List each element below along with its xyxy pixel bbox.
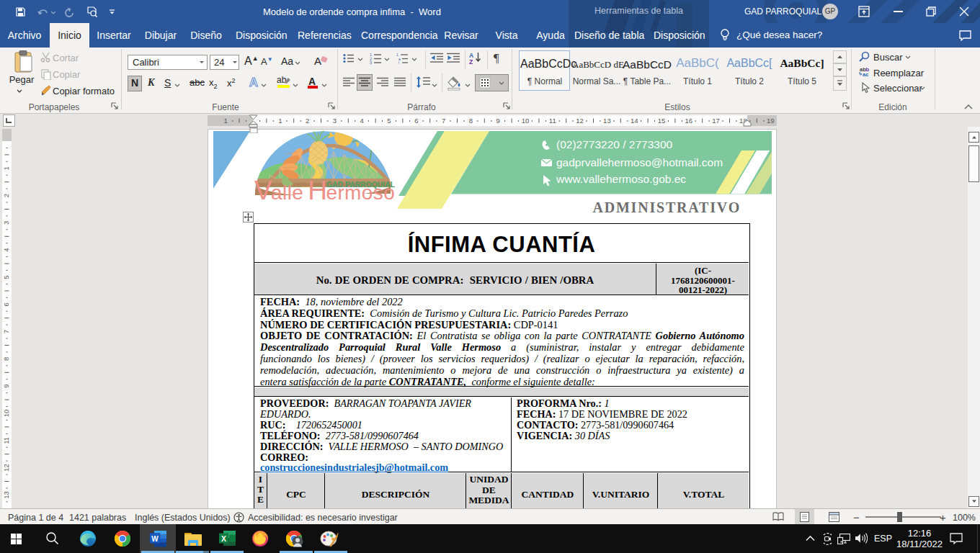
svg-text:Z: Z [469, 58, 473, 65]
svg-text:13: 13 [2, 491, 10, 499]
svg-text:7: 7 [2, 330, 10, 333]
svg-text:6: 6 [2, 302, 10, 306]
svg-text:b: b [866, 66, 870, 73]
svg-text:10: 10 [2, 410, 10, 418]
svg-text:8: 8 [2, 357, 10, 361]
svg-text:1: 1 [224, 117, 228, 125]
svg-text:i: i [398, 60, 399, 64]
svg-text:www.vallehermoso.gob.ec: www.vallehermoso.gob.ec [556, 173, 686, 185]
svg-text:X: X [221, 534, 226, 543]
svg-text:4: 4 [360, 117, 364, 125]
svg-text:11: 11 [549, 117, 556, 125]
svg-text:10: 10 [522, 117, 530, 125]
svg-text:16: 16 [685, 117, 693, 125]
svg-text:9: 9 [2, 385, 10, 388]
svg-text:5: 5 [387, 117, 391, 125]
svg-text:gadprvallehermoso@hotmail.com: gadprvallehermoso@hotmail.com [556, 156, 723, 168]
svg-text:GAD PARROQUIAL: GAD PARROQUIAL [326, 181, 396, 189]
svg-text:1: 1 [2, 166, 10, 170]
svg-text:13: 13 [603, 117, 611, 125]
svg-text:5: 5 [2, 275, 10, 279]
svg-text:12: 12 [576, 117, 584, 125]
svg-text:17: 17 [712, 117, 720, 125]
svg-text:15: 15 [658, 117, 666, 125]
svg-text:19: 19 [767, 117, 775, 125]
svg-text:6: 6 [414, 117, 418, 125]
svg-text:9: 9 [496, 117, 500, 125]
svg-text:11: 11 [2, 437, 10, 444]
svg-text:W: W [151, 535, 159, 543]
svg-text:2: 2 [306, 117, 309, 125]
svg-text:2: 2 [2, 194, 10, 197]
svg-text:4: 4 [2, 248, 10, 252]
svg-text:14: 14 [631, 117, 638, 125]
svg-text:3: 3 [2, 221, 10, 225]
svg-text:12: 12 [2, 464, 10, 472]
svg-text:3: 3 [370, 60, 372, 64]
svg-text:3: 3 [333, 117, 337, 125]
svg-text:8: 8 [469, 117, 473, 125]
svg-text:7: 7 [442, 117, 445, 125]
svg-text:A: A [249, 76, 258, 89]
svg-text:1: 1 [278, 117, 282, 125]
svg-text:(02)2773220 / 2773300: (02)2773220 / 2773300 [556, 138, 673, 150]
